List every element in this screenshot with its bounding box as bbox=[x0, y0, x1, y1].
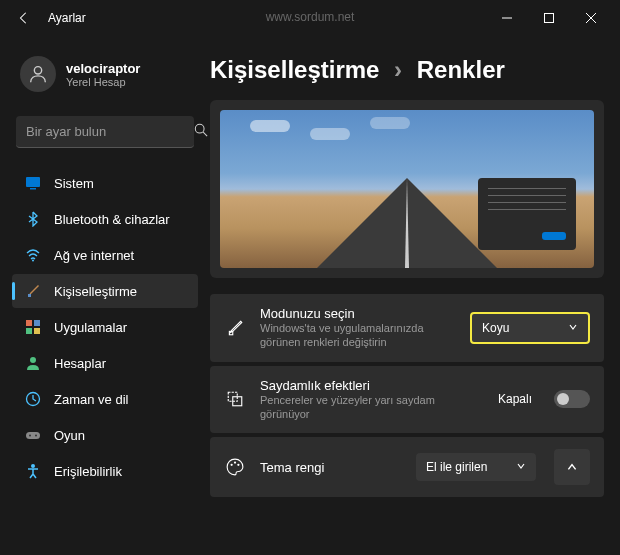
chevron-right-icon: › bbox=[394, 56, 402, 83]
user-name: velociraptor bbox=[66, 61, 140, 76]
sidebar-item-label: Erişilebilirlik bbox=[54, 464, 122, 479]
bluetooth-icon bbox=[24, 210, 42, 228]
sidebar-item-accounts[interactable]: Hesaplar bbox=[12, 346, 198, 380]
sidebar-item-label: Oyun bbox=[54, 428, 85, 443]
maximize-button[interactable] bbox=[528, 2, 570, 34]
svg-point-13 bbox=[30, 357, 36, 363]
svg-point-24 bbox=[237, 464, 239, 466]
svg-point-2 bbox=[34, 67, 41, 74]
svg-rect-15 bbox=[26, 432, 40, 439]
sidebar-item-gaming[interactable]: Oyun bbox=[12, 418, 198, 452]
sidebar-item-bluetooth[interactable]: Bluetooth & cihazlar bbox=[12, 202, 198, 236]
theme-preview bbox=[210, 100, 604, 278]
wifi-icon bbox=[24, 246, 42, 264]
brush-icon bbox=[224, 317, 246, 339]
setting-title: Tema rengi bbox=[260, 460, 402, 475]
wallpaper-preview bbox=[220, 110, 594, 268]
sidebar-item-apps[interactable]: Uygulamalar bbox=[12, 310, 198, 344]
user-type: Yerel Hesap bbox=[66, 76, 140, 88]
titlebar: Ayarlar www.sordum.net bbox=[0, 0, 620, 36]
sidebar-item-label: Uygulamalar bbox=[54, 320, 127, 335]
svg-point-23 bbox=[234, 462, 236, 464]
mini-window-preview bbox=[478, 178, 576, 250]
close-button[interactable] bbox=[570, 2, 612, 34]
sidebar-item-accessibility[interactable]: Erişilebilirlik bbox=[12, 454, 198, 488]
watermark: www.sordum.net bbox=[266, 10, 355, 24]
svg-point-17 bbox=[35, 435, 37, 437]
accessibility-icon bbox=[24, 462, 42, 480]
brush-icon bbox=[24, 282, 42, 300]
setting-accent: Tema rengi El ile girilen bbox=[210, 437, 604, 497]
sidebar-item-label: Bluetooth & cihazlar bbox=[54, 212, 170, 227]
main-content: Kişiselleştirme › Renkler Modunuzu seçi bbox=[202, 36, 620, 555]
svg-rect-6 bbox=[30, 188, 36, 190]
chevron-down-icon bbox=[516, 460, 526, 474]
svg-point-7 bbox=[32, 260, 34, 262]
svg-rect-5 bbox=[26, 177, 40, 187]
back-button[interactable] bbox=[8, 2, 40, 34]
sidebar: velociraptor Yerel Hesap Sistem Bluetoot… bbox=[0, 36, 202, 555]
apps-icon bbox=[24, 318, 42, 336]
svg-point-18 bbox=[31, 464, 35, 468]
sidebar-item-network[interactable]: Ağ ve internet bbox=[12, 238, 198, 272]
svg-point-22 bbox=[231, 464, 233, 466]
nav: Sistem Bluetooth & cihazlar Ağ ve intern… bbox=[12, 164, 202, 555]
sidebar-item-label: Zaman ve dil bbox=[54, 392, 128, 407]
svg-rect-10 bbox=[34, 320, 40, 326]
setting-transparency: Saydamlık efektleri Pencereler ve yüzeyl… bbox=[210, 366, 604, 434]
svg-rect-8 bbox=[28, 294, 31, 297]
sidebar-item-label: Hesaplar bbox=[54, 356, 106, 371]
setting-title: Modunuzu seçin bbox=[260, 306, 456, 321]
svg-rect-11 bbox=[26, 328, 32, 334]
clock-icon bbox=[24, 390, 42, 408]
setting-mode: Modunuzu seçin Windows'ta ve uygulamalar… bbox=[210, 294, 604, 362]
avatar bbox=[20, 56, 56, 92]
accent-dropdown[interactable]: El ile girilen bbox=[416, 453, 536, 481]
search-box[interactable] bbox=[16, 116, 194, 148]
window-controls bbox=[486, 2, 612, 34]
sidebar-item-label: Kişiselleştirme bbox=[54, 284, 137, 299]
dropdown-value: El ile girilen bbox=[426, 460, 487, 474]
setting-desc: Windows'ta ve uygulamalarınızda görünen … bbox=[260, 321, 456, 350]
sidebar-item-personalization[interactable]: Kişiselleştirme bbox=[12, 274, 198, 308]
transparency-icon bbox=[224, 388, 246, 410]
app-title: Ayarlar bbox=[48, 11, 86, 25]
minimize-button[interactable] bbox=[486, 2, 528, 34]
person-icon bbox=[24, 354, 42, 372]
breadcrumb-parent[interactable]: Kişiselleştirme bbox=[210, 56, 379, 83]
breadcrumb-current: Renkler bbox=[417, 56, 505, 83]
user-block[interactable]: velociraptor Yerel Hesap bbox=[12, 48, 202, 100]
dropdown-value: Koyu bbox=[482, 321, 509, 335]
chevron-down-icon bbox=[568, 321, 578, 335]
palette-icon bbox=[224, 456, 246, 478]
expand-button[interactable] bbox=[554, 449, 590, 485]
gamepad-icon bbox=[24, 426, 42, 444]
sidebar-item-label: Ağ ve internet bbox=[54, 248, 134, 263]
svg-rect-19 bbox=[229, 331, 232, 334]
sidebar-item-label: Sistem bbox=[54, 176, 94, 191]
svg-point-16 bbox=[29, 435, 31, 437]
monitor-icon bbox=[24, 174, 42, 192]
sidebar-item-time[interactable]: Zaman ve dil bbox=[12, 382, 198, 416]
sidebar-item-system[interactable]: Sistem bbox=[12, 166, 198, 200]
svg-rect-1 bbox=[545, 14, 554, 23]
transparency-toggle[interactable] bbox=[554, 390, 590, 408]
svg-rect-12 bbox=[34, 328, 40, 334]
toggle-state: Kapalı bbox=[498, 392, 532, 406]
setting-desc: Pencereler ve yüzeyler yarı saydam görün… bbox=[260, 393, 484, 422]
search-input[interactable] bbox=[26, 124, 194, 139]
setting-title: Saydamlık efektleri bbox=[260, 378, 484, 393]
breadcrumb: Kişiselleştirme › Renkler bbox=[210, 56, 604, 84]
svg-rect-9 bbox=[26, 320, 32, 326]
mode-dropdown[interactable]: Koyu bbox=[470, 312, 590, 344]
